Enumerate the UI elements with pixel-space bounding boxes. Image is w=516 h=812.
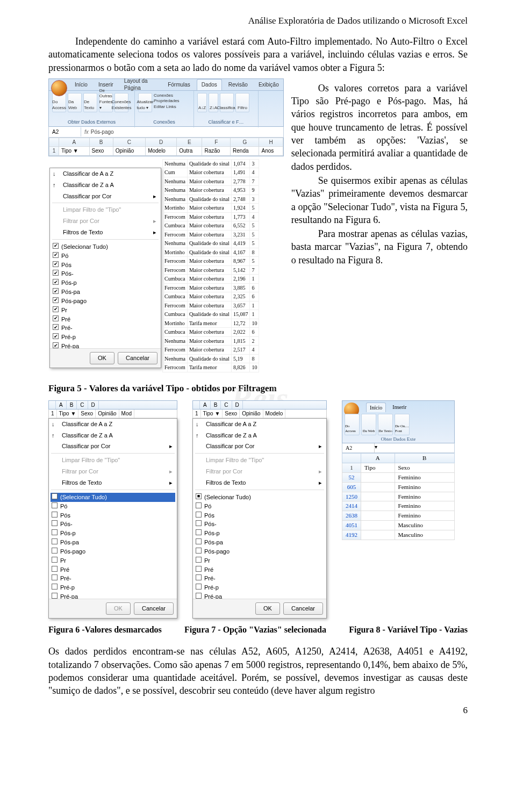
editar-links-line[interactable]: Editar Links bbox=[154, 104, 180, 110]
tab-formulas[interactable]: Fórmulas bbox=[163, 80, 195, 90]
sort-az-icon: ↓ bbox=[53, 170, 60, 177]
document-header: Análise Exploratória de Dados utilizando… bbox=[48, 15, 468, 27]
clear-filter-item: Limpar Filtro de "Tipo" bbox=[49, 455, 177, 466]
intro-paragraph: Independente do caminho a variável estar… bbox=[48, 35, 468, 74]
conexoes-line[interactable]: Conexões bbox=[154, 93, 180, 98]
sort-az-item[interactable]: ↓Classificar de A a Z bbox=[50, 168, 161, 179]
figure5-caption: Figura 5 - Valores da variável Tipo - ob… bbox=[48, 383, 468, 395]
filter-color-item: Filtrar por Cor▸ bbox=[193, 466, 326, 477]
text-filters-item[interactable]: Filtros de Texto▸ bbox=[193, 477, 326, 488]
worksheet-grid[interactable]: ABCDEFGH 1Tipo ▼SexoOpiniãoModeloOutraRa… bbox=[48, 138, 284, 156]
btn-da-web[interactable]: Da Web bbox=[361, 414, 376, 435]
sort-za-icon: ↑ bbox=[53, 181, 60, 188]
sort-za-item[interactable]: ↑Classificar de Z a A bbox=[193, 430, 326, 441]
figure-6: ABCD 1Tipo ▼SexoOpiniãoMod ↓Classificar … bbox=[48, 400, 177, 619]
text-filters-item[interactable]: Filtros de Texto▸ bbox=[49, 477, 177, 488]
sort-color-item[interactable]: Classificar por Cor▸ bbox=[50, 191, 161, 202]
autofilter-dropdown-fig7: ↓Classificar de A a Z ↑Classificar de Z … bbox=[192, 418, 327, 619]
filter-checklist[interactable]: ✔(Selecionar Tudo)✔Pó✔Pós✔Pós-✔Pós-p✔Pós… bbox=[50, 241, 161, 348]
group-obter-dados: Obter Dados Externos bbox=[52, 119, 131, 125]
grid-data-rows: NenhumaQualidade do sinal1,0743CumMaior … bbox=[162, 159, 284, 372]
page-number: 6 bbox=[48, 705, 468, 717]
figure-7: ABCD 1Tipo ▼SexoOpiniãoModelo ↓Classific… bbox=[192, 400, 327, 619]
btn-da-web[interactable]: Da Web bbox=[68, 93, 82, 112]
sort-color-item[interactable]: Classificar por Cor▸ bbox=[49, 441, 177, 452]
text-filters-item[interactable]: Filtros de Texto▸ bbox=[50, 227, 161, 238]
clear-filter-item: Limpar Filtro de "Tipo" bbox=[193, 455, 326, 466]
filter-checklist[interactable]: ■(Selecionar Tudo)PóPósPós-Pós-pPós-paPó… bbox=[193, 491, 326, 599]
btn-sort-az[interactable]: A↓Z bbox=[197, 93, 207, 112]
bottom-paragraph: Os dados perdidos encontram-se nas célul… bbox=[48, 645, 468, 697]
btn-conexoes-existentes[interactable]: Conexões Existentes bbox=[114, 93, 128, 112]
filter-color-item: Filtrar por Cor▸ bbox=[49, 466, 177, 477]
figure7-caption: Figura 7 - Opção "Vazias" selecionada bbox=[184, 624, 326, 636]
name-box[interactable]: A2 bbox=[49, 127, 81, 137]
btn-classificar[interactable]: Classificar bbox=[220, 93, 234, 112]
btn-de-texto[interactable]: De Texto bbox=[83, 93, 97, 112]
btn-de-texto[interactable]: De Texto bbox=[378, 414, 393, 435]
btn-do-access[interactable]: Do Access bbox=[345, 414, 360, 435]
tab-inicio[interactable]: Início bbox=[366, 403, 386, 413]
tab-inserir[interactable]: Inserir bbox=[389, 403, 410, 413]
tab-inicio[interactable]: Início bbox=[70, 80, 92, 90]
office-button-icon[interactable] bbox=[51, 80, 67, 96]
sort-az-item[interactable]: ↓Classificar de A a Z bbox=[49, 419, 177, 430]
name-box[interactable]: A2 bbox=[342, 443, 375, 453]
tab-revisao[interactable]: Revisão bbox=[224, 80, 252, 90]
formula-bar: A2 fxPós-pago bbox=[48, 127, 284, 138]
figure-8: Início Inserir Do Access Da Web De Texto… bbox=[342, 400, 455, 540]
figure-5: Início Inserir Layout da Página Fórmulas… bbox=[48, 78, 284, 379]
cancel-button[interactable]: Cancelar bbox=[283, 602, 323, 615]
autofilter-dropdown: ↓Classificar de A a Z ↑Classificar de Z … bbox=[49, 168, 161, 368]
ok-button[interactable]: OK bbox=[90, 352, 114, 364]
filter-checklist[interactable]: (Selecionar Tudo)PóPósPós-Pós-pPós-paPós… bbox=[49, 491, 177, 599]
btn-outras-fontes[interactable]: De Ou… Font bbox=[395, 414, 410, 435]
group-classificar: Classificar e F… bbox=[197, 119, 255, 125]
ok-button[interactable]: OK bbox=[255, 602, 280, 615]
tab-exibicao[interactable]: Exibição bbox=[254, 80, 283, 90]
group-obter-dados: Obter Dados Exte bbox=[342, 436, 454, 442]
tab-dados[interactable]: Dados bbox=[197, 79, 222, 90]
sort-az-item[interactable]: ↓Classificar de A a Z bbox=[193, 419, 326, 430]
sort-color-item[interactable]: Classificar por Cor▸ bbox=[193, 441, 326, 452]
cancel-button[interactable]: Cancelar bbox=[118, 352, 157, 364]
explanatory-text: Os valores corretos para a variável Tipo… bbox=[291, 78, 468, 268]
filtered-grid[interactable]: AB1TipoSexo52Feminino605Feminino1250Femi… bbox=[342, 453, 455, 540]
group-conexoes: Conexões bbox=[138, 119, 190, 125]
btn-outras-fontes[interactable]: De Outras Fontes ▾ bbox=[99, 93, 113, 112]
fx-icon[interactable]: fx bbox=[84, 129, 89, 135]
clear-filter-item: Limpar Filtro de "Tipo" bbox=[50, 204, 161, 215]
sort-za-item[interactable]: ↑Classificar de Z a A bbox=[50, 179, 161, 191]
formula-value: Pós-pago bbox=[91, 129, 114, 135]
btn-filtro[interactable]: Filtro bbox=[235, 93, 249, 112]
ok-button: OK bbox=[106, 602, 131, 615]
filter-color-item: Filtrar por Cor▸ bbox=[50, 215, 161, 227]
btn-atualizar-tudo[interactable]: Atualizar tudo ▾ bbox=[138, 93, 152, 112]
figure6-caption: Figura 6 -Valores desmarcados bbox=[48, 624, 162, 636]
sort-za-item[interactable]: ↑Classificar de Z a A bbox=[49, 430, 177, 441]
propriedades-line[interactable]: Propriedades bbox=[154, 98, 180, 104]
excel-ribbon: Início Inserir Layout da Página Fórmulas… bbox=[48, 78, 284, 127]
cancel-button[interactable]: Cancelar bbox=[134, 602, 174, 615]
autofilter-dropdown-fig6: ↓Classificar de A a Z ↑Classificar de Z … bbox=[48, 418, 177, 619]
figure8-caption: Figura 8 - Variável Tipo - Vazias bbox=[349, 624, 468, 636]
